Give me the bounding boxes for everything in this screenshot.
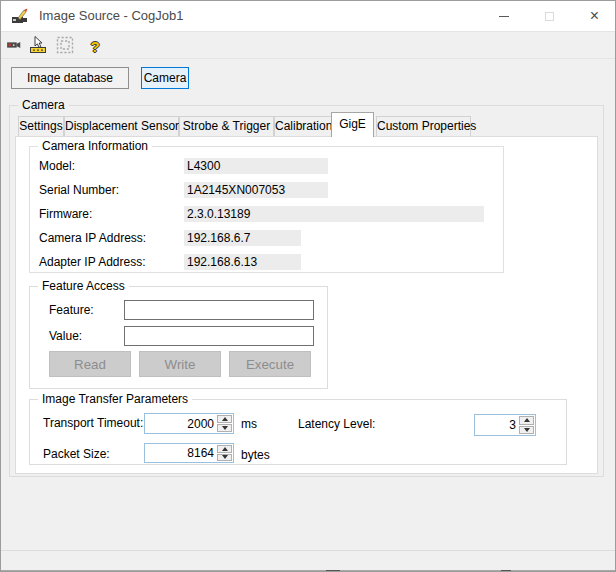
packet-size-label: Packet Size: xyxy=(43,447,110,462)
setup-measure-tool-button[interactable] xyxy=(29,36,49,56)
model-value: L4300 xyxy=(184,158,328,174)
latency-level-input[interactable] xyxy=(475,415,518,435)
spin-down-button[interactable] xyxy=(217,454,232,462)
down-arrow-icon xyxy=(222,426,228,430)
model-label: Model: xyxy=(39,159,75,174)
app-camera-pencil-icon xyxy=(11,7,31,25)
down-arrow-icon xyxy=(524,428,530,432)
adapter-ip-label: Adapter IP Address: xyxy=(39,255,146,270)
write-button[interactable]: Write xyxy=(139,351,221,377)
transport-timeout-input[interactable] xyxy=(145,414,216,433)
packet-size-unit: bytes xyxy=(241,448,270,463)
help-tool-button[interactable]: ? xyxy=(85,36,105,56)
camera-tool-button[interactable] xyxy=(5,36,25,56)
execute-button[interactable]: Execute xyxy=(229,351,311,377)
camera-icon xyxy=(7,38,23,55)
transport-timeout-label: Transport Timeout: xyxy=(43,416,143,431)
tab-calibration[interactable]: Calibration xyxy=(274,116,332,137)
tab-custom-properties[interactable]: Custom Properties xyxy=(376,116,471,137)
packet-size-spin-buttons xyxy=(217,445,232,461)
tab-displacement-sensor[interactable]: Displacement Sensor xyxy=(64,116,179,137)
tab-gige-selected[interactable]: GigE xyxy=(331,112,374,137)
camera-source-button[interactable]: Camera xyxy=(141,67,189,89)
spin-down-button[interactable] xyxy=(519,426,534,435)
image-region-tool-button-disabled[interactable] xyxy=(55,36,75,56)
maximize-button[interactable] xyxy=(527,1,572,31)
image-database-button[interactable]: Image database xyxy=(11,67,129,89)
tab-strobe-trigger[interactable]: Strobe & Trigger xyxy=(179,116,274,137)
image-transfer-label: Image Transfer Parameters xyxy=(38,392,192,406)
spin-up-button[interactable] xyxy=(217,415,232,423)
maximize-icon xyxy=(545,12,554,21)
close-button[interactable]: × xyxy=(572,1,616,31)
transport-timeout-spin-buttons xyxy=(217,415,232,432)
feature-input[interactable] xyxy=(124,300,314,320)
footer-separator xyxy=(1,550,616,551)
down-arrow-icon xyxy=(222,455,228,459)
up-arrow-icon xyxy=(524,418,530,422)
spin-up-button[interactable] xyxy=(519,416,534,425)
image-source-dialog: Image Source - CogJob1 × xyxy=(0,0,616,572)
up-arrow-icon xyxy=(222,447,228,451)
value-label: Value: xyxy=(49,329,82,344)
firmware-label: Firmware: xyxy=(39,207,92,222)
latency-level-spin-buttons xyxy=(519,416,534,434)
value-input[interactable] xyxy=(124,326,314,346)
adapter-ip-value: 192.168.6.13 xyxy=(184,254,301,270)
close-icon: × xyxy=(590,7,599,25)
minimize-icon xyxy=(499,16,509,17)
spin-up-button[interactable] xyxy=(217,445,232,453)
camera-groupbox-label: Camera xyxy=(18,98,69,112)
title-bar: Image Source - CogJob1 × xyxy=(1,1,616,31)
camera-ip-value: 192.168.6.7 xyxy=(184,230,301,246)
latency-level-label: Latency Level: xyxy=(298,417,375,432)
camera-information-label: Camera Information xyxy=(38,139,152,153)
feature-access-label: Feature Access xyxy=(38,279,129,293)
toolbar: ? xyxy=(1,31,616,59)
transport-timeout-spinner[interactable] xyxy=(144,413,234,434)
feature-label: Feature: xyxy=(49,303,94,318)
serial-number-value: 1A2145XN007053 xyxy=(184,182,328,198)
spin-down-button[interactable] xyxy=(217,424,232,432)
window-title: Image Source - CogJob1 xyxy=(39,1,184,31)
up-arrow-icon xyxy=(222,417,228,421)
read-button[interactable]: Read xyxy=(49,351,131,377)
tab-settings[interactable]: Settings xyxy=(18,116,64,137)
minimize-button[interactable] xyxy=(481,1,527,31)
cursor-ruler-icon xyxy=(30,36,48,57)
packet-size-input[interactable] xyxy=(145,444,216,462)
help-icon: ? xyxy=(90,38,99,55)
transport-timeout-unit: ms xyxy=(241,417,257,432)
camera-ip-label: Camera IP Address: xyxy=(39,231,146,246)
firmware-value: 2.3.0.13189 xyxy=(184,206,484,222)
packet-size-spinner[interactable] xyxy=(144,443,234,463)
dashed-region-icon xyxy=(56,36,74,57)
serial-number-label: Serial Number: xyxy=(39,183,119,198)
latency-level-spinner[interactable] xyxy=(474,414,536,436)
